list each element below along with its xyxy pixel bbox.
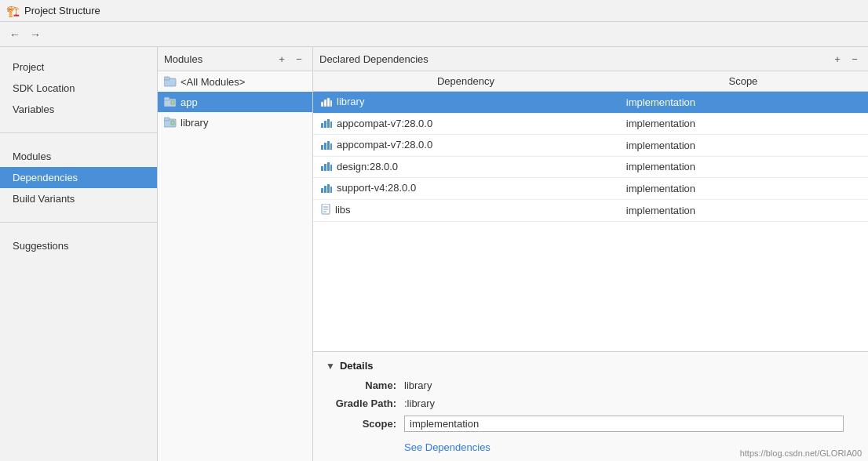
details-gradle-row: Gradle Path: :library <box>326 397 855 409</box>
svg-rect-25 <box>324 186 326 193</box>
dep-dependency-cell: design:28.0.0 <box>313 156 618 178</box>
details-scope-row: Scope: <box>326 416 855 432</box>
sidebar-item-project[interactable]: Project <box>0 56 157 78</box>
svg-rect-20 <box>321 166 323 171</box>
dep-scope-cell: implementation <box>618 135 868 157</box>
modules-actions: + − <box>275 52 306 66</box>
svg-rect-8 <box>321 102 323 107</box>
module-item-all-modules[interactable]: <All Modules> <box>158 71 312 92</box>
details-header: ▼ Details <box>326 360 855 372</box>
dep-scope-cell: implementation <box>618 199 868 222</box>
folder-android-icon-library <box>164 116 177 129</box>
table-row[interactable]: libsimplementation <box>313 199 868 222</box>
sidebar-item-build-variants[interactable]: Build Variants <box>0 188 157 209</box>
details-scope-label: Scope: <box>326 418 404 430</box>
sidebar-item-variables[interactable]: Variables <box>0 99 157 120</box>
svg-rect-16 <box>321 145 323 150</box>
details-name-value: library <box>404 379 432 391</box>
modules-header: Modules + − <box>158 47 312 71</box>
details-gradle-label: Gradle Path: <box>326 397 404 409</box>
folder-plain-icon <box>164 75 177 88</box>
svg-rect-6 <box>164 118 170 121</box>
table-row[interactable]: design:28.0.0implementation <box>313 156 868 178</box>
svg-rect-23 <box>330 165 332 171</box>
see-dependencies-link[interactable]: See Dependencies <box>404 441 491 453</box>
svg-rect-1 <box>164 77 170 80</box>
title-bar: 🏗️ Project Structure <box>0 0 868 22</box>
back-button[interactable]: ← <box>6 26 24 43</box>
dep-dependency-cell: appcompat-v7:28.0.0 <box>313 135 618 157</box>
table-row[interactable]: libraryimplementation <box>313 92 868 114</box>
dep-remove-button[interactable]: − <box>848 52 862 66</box>
dep-scope-cell: implementation <box>618 178 868 200</box>
svg-rect-27 <box>330 187 332 193</box>
dep-dependency-cell: library <box>313 92 618 114</box>
svg-rect-15 <box>330 122 332 128</box>
details-section: ▼ Details Name: library Gradle Path: :li… <box>313 351 868 461</box>
svg-rect-13 <box>324 121 326 128</box>
svg-rect-19 <box>330 143 332 150</box>
svg-rect-4 <box>171 100 174 104</box>
svg-rect-21 <box>324 164 326 171</box>
col-dependency: Dependency <box>313 71 618 92</box>
dependencies-panel: Declared Dependencies + − Dependency Sco… <box>313 47 868 461</box>
dep-header: Declared Dependencies + − <box>313 47 868 71</box>
main-content: Project SDK Location Variables Modules D… <box>0 47 868 461</box>
svg-rect-7 <box>171 121 174 125</box>
svg-rect-17 <box>324 143 326 150</box>
details-scope-input[interactable] <box>404 416 844 432</box>
svg-rect-12 <box>321 123 323 128</box>
modules-list: <All Modules> app library <box>158 71 312 461</box>
module-label-all: <All Modules> <box>181 76 245 88</box>
table-row[interactable]: support-v4:28.0.0implementation <box>313 178 868 200</box>
details-title: Details <box>340 360 374 372</box>
sidebar-item-suggestions[interactable]: Suggestions <box>0 235 157 256</box>
dep-scope-cell: implementation <box>618 156 868 178</box>
module-label-app: app <box>181 96 198 108</box>
sidebar-item-modules[interactable]: Modules <box>0 146 157 167</box>
sidebar-item-sdk-location[interactable]: SDK Location <box>0 78 157 99</box>
dep-scope-cell: implementation <box>618 92 868 114</box>
svg-rect-26 <box>327 184 330 193</box>
sidebar-item-dependencies[interactable]: Dependencies <box>0 167 157 188</box>
svg-rect-14 <box>327 119 330 128</box>
modules-title: Modules <box>164 53 202 65</box>
svg-rect-9 <box>324 100 326 107</box>
col-scope: Scope <box>618 71 868 92</box>
dep-dependency-cell: appcompat-v7:28.0.0 <box>313 113 618 135</box>
details-arrow-icon: ▼ <box>326 361 335 372</box>
dep-actions: + − <box>830 52 862 66</box>
module-item-library[interactable]: library <box>158 112 312 132</box>
svg-rect-18 <box>327 141 330 150</box>
toolbar: ← → <box>0 22 868 47</box>
table-row[interactable]: appcompat-v7:28.0.0implementation <box>313 135 868 157</box>
module-item-app[interactable]: app <box>158 92 312 112</box>
folder-android-icon-app <box>164 96 177 108</box>
details-gradle-value: :library <box>404 397 435 409</box>
dep-dependency-cell: support-v4:28.0.0 <box>313 178 618 200</box>
svg-rect-3 <box>164 97 170 100</box>
forward-button[interactable]: → <box>27 26 44 43</box>
sidebar: Project SDK Location Variables Modules D… <box>0 47 158 461</box>
svg-rect-11 <box>330 100 332 107</box>
watermark: https://blog.csdn.net/GLORIA00 <box>740 448 862 458</box>
modules-panel: Modules + − <All Modules> app <box>158 47 313 461</box>
table-row[interactable]: appcompat-v7:28.0.0implementation <box>313 113 868 135</box>
details-name-label: Name: <box>326 379 404 391</box>
details-name-row: Name: library <box>326 379 855 391</box>
dep-dependency-cell: libs <box>313 199 618 222</box>
modules-remove-button[interactable]: − <box>292 52 306 66</box>
title-bar-icon: 🏗️ <box>6 5 20 17</box>
dep-scope-cell: implementation <box>618 113 868 135</box>
dep-title: Declared Dependencies <box>319 53 429 65</box>
dep-table: Dependency Scope libraryimplementationap… <box>313 71 868 351</box>
dep-add-button[interactable]: + <box>830 52 844 66</box>
module-label-library: library <box>181 117 208 129</box>
title-bar-text: Project Structure <box>24 5 100 16</box>
svg-rect-22 <box>327 162 330 171</box>
svg-rect-24 <box>321 188 323 193</box>
svg-rect-10 <box>327 98 330 107</box>
modules-add-button[interactable]: + <box>275 52 289 66</box>
table-header: Dependency Scope <box>313 71 868 92</box>
